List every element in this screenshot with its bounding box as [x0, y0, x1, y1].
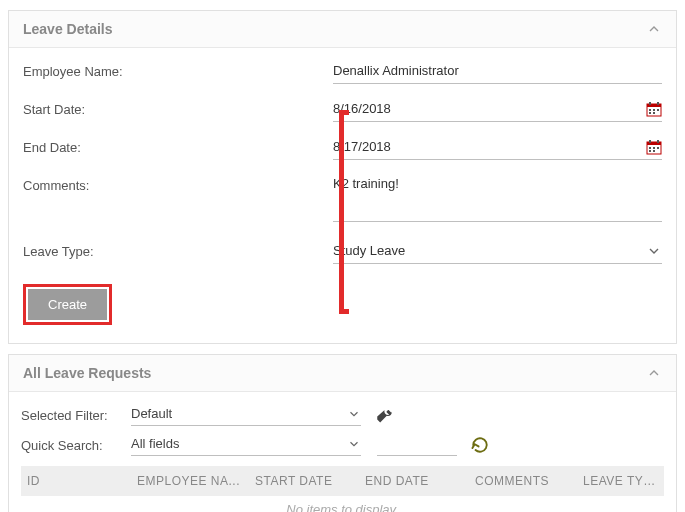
value-end-date-text: 8/17/2018 — [333, 139, 391, 154]
chevron-down-icon — [646, 243, 662, 259]
value-comments[interactable]: K2 training! — [333, 176, 662, 222]
panel-body: Selected Filter: Default Quick Search: A… — [9, 392, 676, 512]
value-employee[interactable]: Denallix Administrator — [333, 62, 662, 84]
row-start-date: Start Date: 8/16/2018 — [23, 100, 662, 124]
value-start-date[interactable]: 8/16/2018 — [333, 100, 662, 122]
col-header-leave-type[interactable]: LEAVE TYPE — [577, 466, 664, 496]
row-leave-type: Leave Type: Study Leave — [23, 242, 662, 266]
label-comments: Comments: — [23, 176, 333, 193]
value-comments-text: K2 training! — [333, 176, 399, 191]
svg-rect-14 — [653, 147, 655, 149]
svg-rect-12 — [657, 140, 659, 143]
label-quick-search: Quick Search: — [21, 438, 131, 453]
create-highlight: Create — [23, 284, 112, 325]
panel-title: All Leave Requests — [23, 365, 151, 381]
quick-search-dropdown[interactable]: All fields — [131, 434, 361, 456]
svg-rect-5 — [653, 109, 655, 111]
collapse-icon[interactable] — [646, 365, 662, 381]
label-leave-type: Leave Type: — [23, 242, 333, 259]
quick-search-text: All fields — [131, 436, 179, 451]
svg-rect-4 — [649, 109, 651, 111]
selected-filter-dropdown[interactable]: Default — [131, 404, 361, 426]
selected-filter-text: Default — [131, 406, 172, 421]
label-employee: Employee Name: — [23, 62, 333, 79]
svg-rect-2 — [649, 102, 651, 105]
panel-title: Leave Details — [23, 21, 113, 37]
row-selected-filter: Selected Filter: Default — [21, 400, 664, 430]
svg-rect-11 — [649, 140, 651, 143]
value-employee-text: Denallix Administrator — [333, 63, 459, 78]
calendar-icon[interactable] — [646, 139, 662, 155]
panel-body: Employee Name: Denallix Administrator St… — [9, 48, 676, 343]
all-leave-requests-panel: All Leave Requests Selected Filter: Defa… — [8, 354, 677, 512]
svg-rect-6 — [657, 109, 659, 111]
wrench-icon[interactable] — [375, 406, 393, 424]
quick-search-input[interactable] — [377, 434, 457, 456]
row-employee: Employee Name: Denallix Administrator — [23, 62, 662, 86]
svg-rect-16 — [649, 150, 651, 152]
calendar-icon[interactable] — [646, 101, 662, 117]
value-leave-type[interactable]: Study Leave — [333, 242, 662, 264]
svg-rect-15 — [657, 147, 659, 149]
row-end-date: End Date: 8/17/2018 — [23, 138, 662, 162]
label-selected-filter: Selected Filter: — [21, 408, 131, 423]
collapse-icon[interactable] — [646, 21, 662, 37]
col-header-employee[interactable]: EMPLOYEE NA... — [131, 466, 249, 496]
chevron-down-icon — [347, 407, 361, 421]
value-end-date[interactable]: 8/17/2018 — [333, 138, 662, 160]
row-comments: Comments: K2 training! — [23, 176, 662, 222]
value-leave-type-text: Study Leave — [333, 243, 405, 258]
create-button[interactable]: Create — [28, 289, 107, 320]
col-header-id[interactable]: ID — [21, 466, 131, 496]
refresh-icon[interactable] — [471, 436, 489, 454]
label-start-date: Start Date: — [23, 100, 333, 117]
svg-rect-7 — [649, 112, 651, 114]
svg-rect-13 — [649, 147, 651, 149]
col-header-start-date[interactable]: START DATE — [249, 466, 359, 496]
leave-details-panel: Leave Details Employee Name: Denallix Ad… — [8, 10, 677, 344]
col-header-comments[interactable]: COMMENTS — [469, 466, 577, 496]
chevron-down-icon — [347, 437, 361, 451]
panel-header: All Leave Requests — [9, 355, 676, 392]
svg-rect-3 — [657, 102, 659, 105]
grid-empty-text: No items to display. — [21, 496, 664, 512]
value-start-date-text: 8/16/2018 — [333, 101, 391, 116]
svg-rect-17 — [653, 150, 655, 152]
panel-header: Leave Details — [9, 11, 676, 48]
label-end-date: End Date: — [23, 138, 333, 155]
col-header-end-date[interactable]: END DATE — [359, 466, 469, 496]
grid-header: ID EMPLOYEE NA... START DATE END DATE CO… — [21, 466, 664, 496]
row-quick-search: Quick Search: All fields — [21, 430, 664, 460]
svg-rect-8 — [653, 112, 655, 114]
